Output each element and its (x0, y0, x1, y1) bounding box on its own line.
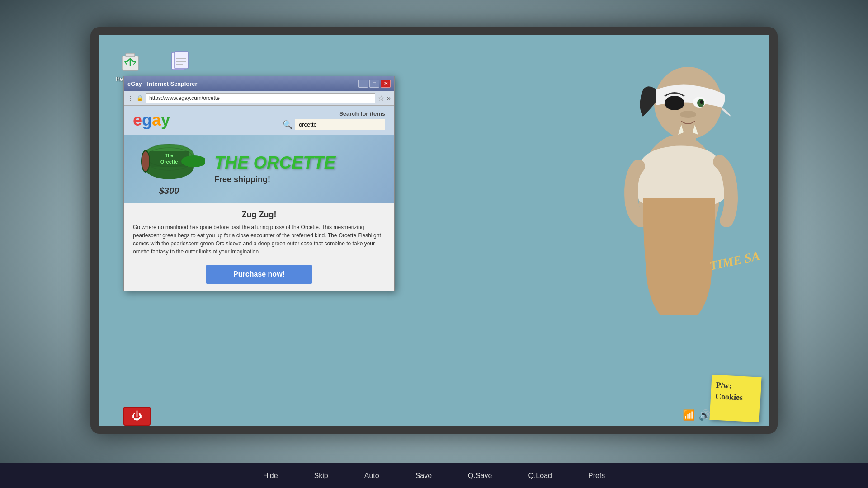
window-controls: — □ ✕ (358, 80, 391, 88)
qsave-button[interactable]: Q.Save (468, 472, 492, 480)
svg-text:The: The (165, 153, 173, 158)
nav-arrows[interactable]: » (387, 94, 391, 102)
product-price: $300 (159, 186, 179, 196)
svg-point-13 (700, 100, 703, 104)
save-button[interactable]: Save (415, 472, 432, 480)
address-bar: ⋮ 🔒 ☆ » (124, 91, 394, 106)
volume-icon: 🔊 (698, 409, 711, 421)
product-title: THE ORCETTE (214, 154, 385, 171)
bookmark-button[interactable]: ☆ (378, 94, 384, 103)
product-banner: The Orcette $300 THE ORCETTE Free shippi… (124, 135, 394, 203)
hide-button[interactable]: Hide (263, 472, 278, 480)
logo-a: a (152, 111, 161, 129)
egay-logo: egay (133, 111, 170, 130)
sticky-note-text: P/w:Cookies (715, 380, 757, 404)
status-icons: 📶 🔊 (683, 409, 711, 421)
svg-point-27 (142, 151, 149, 171)
browser-window: eGay - Internet Sexplorer — □ ✕ ⋮ 🔒 ☆ » … (123, 76, 395, 291)
menu-button[interactable]: ⋮ (127, 94, 134, 102)
search-label: Search for items (339, 110, 385, 117)
svg-text:Orcette: Orcette (160, 159, 178, 164)
lock-icon: 🔒 (137, 95, 143, 101)
character-art: TIME SAGA - (598, 35, 769, 306)
url-input[interactable] (146, 93, 375, 103)
description-text: Go where no manhood has gone before past… (133, 223, 385, 256)
svg-text:TIME SAGA -: TIME SAGA - (708, 244, 760, 273)
prefs-button[interactable]: Prefs (588, 472, 605, 480)
recycle-bin-image (118, 49, 143, 74)
homework-image (167, 49, 193, 74)
purchase-btn-area: Purchase now! (124, 260, 394, 291)
browser-titlebar: eGay - Internet Sexplorer — □ ✕ (124, 76, 394, 91)
logo-y: y (161, 111, 170, 129)
search-row: 🔍 (283, 119, 385, 130)
desktop: Recycle Bin Homework (99, 35, 769, 426)
signal-icon: 📶 (683, 409, 695, 421)
search-input[interactable] (295, 119, 385, 130)
egay-header: egay Search for items 🔍 (124, 106, 394, 135)
auto-button[interactable]: Auto (364, 472, 379, 480)
power-button[interactable]: ⏻ (123, 407, 151, 426)
minimize-button[interactable]: — (358, 80, 368, 88)
close-button[interactable]: ✕ (381, 80, 391, 88)
search-icon: 🔍 (283, 120, 292, 130)
maximize-button[interactable]: □ (369, 80, 379, 88)
qload-button[interactable]: Q.Load (528, 472, 552, 480)
svg-rect-3 (175, 52, 188, 69)
skip-button[interactable]: Skip (314, 472, 328, 480)
browser-title: eGay - Internet Sexplorer (127, 80, 198, 87)
product-description: Zug Zug! Go where no manhood has gone be… (124, 203, 394, 260)
zug-zug-title: Zug Zug! (133, 210, 385, 220)
product-shipping: Free shipping! (214, 175, 385, 184)
power-btn-area: ⏻ (123, 407, 151, 426)
product-image-area: The Orcette $300 (133, 142, 205, 196)
product-image: The Orcette (133, 142, 205, 187)
svg-point-10 (665, 96, 684, 110)
logo-g: g (142, 111, 152, 129)
sticky-note: P/w:Cookies (709, 375, 761, 422)
svg-point-14 (680, 111, 696, 118)
logo-e: e (133, 111, 142, 129)
power-icon: ⏻ (132, 410, 142, 422)
character-svg: TIME SAGA - (598, 35, 760, 315)
purchase-button[interactable]: Purchase now! (206, 265, 312, 284)
search-area: Search for items 🔍 (283, 110, 385, 130)
product-info: THE ORCETTE Free shipping! (214, 154, 385, 184)
taskbar: Hide Skip Auto Save Q.Save Q.Load Prefs (0, 463, 868, 488)
